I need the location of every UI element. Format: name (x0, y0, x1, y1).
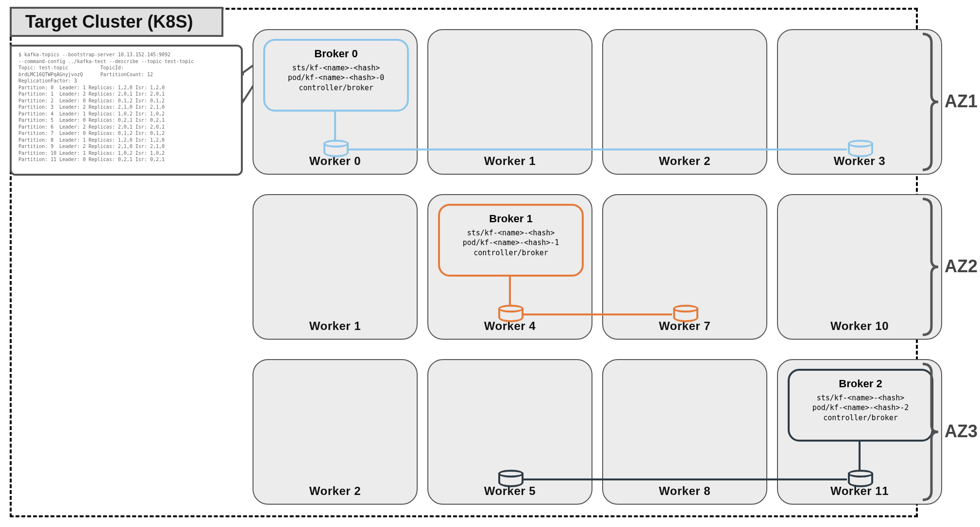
worker-node: Worker 4Broker 1sts/kf-<name>-<hash>pod/… (427, 194, 592, 340)
storage-drive-icon (498, 470, 524, 487)
storage-drive-icon (498, 305, 524, 322)
diagram-title-text: Target Cluster (K8S) (25, 12, 193, 32)
worker-label: Worker 1 (428, 154, 591, 168)
worker-label: Worker 10 (778, 319, 941, 333)
worker-node: Worker 11Broker 2sts/kf-<name>-<hash>pod… (777, 359, 942, 505)
broker-detail-line: controller/broker (440, 248, 582, 258)
worker-node: Worker 3 (777, 29, 942, 175)
terminal-output: $ kafka-topics --bootstrap-server 10.13.… (10, 45, 243, 176)
diagram-title: Target Cluster (K8S) (10, 7, 223, 37)
worker-label: Worker 2 (253, 484, 417, 498)
worker-label: Worker 2 (603, 154, 766, 168)
broker-detail-line: sts/kf-<name>-<hash> (265, 63, 407, 73)
storage-drive-icon (673, 305, 698, 322)
az-label: AZ1 (945, 91, 978, 112)
worker-node: Worker 1 (253, 194, 418, 340)
worker-node: Worker 8 (602, 359, 767, 505)
broker-detail-line: pod/kf-<name>-<hash>-1 (440, 238, 582, 247)
broker-box: Broker 2sts/kf-<name>-<hash>pod/kf-<name… (788, 369, 933, 442)
storage-drive-icon (323, 140, 349, 157)
broker-detail-line: sts/kf-<name>-<hash> (790, 393, 931, 403)
worker-label: Worker 8 (603, 484, 766, 498)
worker-node: Worker 5 (427, 359, 592, 505)
worker-node: Worker 0Broker 0sts/kf-<name>-<hash>pod/… (253, 29, 418, 175)
worker-node: Worker 1 (427, 29, 592, 175)
worker-node: Worker 7 (602, 194, 767, 340)
storage-drive-icon (848, 470, 873, 487)
broker-box: Broker 1sts/kf-<name>-<hash>pod/kf-<name… (438, 204, 584, 277)
broker-detail-line: controller/broker (790, 413, 931, 423)
az-label: AZ3 (945, 421, 978, 442)
broker-title: Broker 0 (265, 48, 407, 60)
broker-detail-line: controller/broker (265, 83, 407, 93)
broker-title: Broker 2 (790, 378, 931, 390)
broker-title: Broker 1 (440, 213, 582, 225)
worker-node: Worker 10 (777, 194, 942, 340)
broker-detail-line: sts/kf-<name>-<hash> (440, 228, 582, 238)
broker-detail-line: pod/kf-<name>-<hash>-0 (265, 73, 407, 82)
worker-node: Worker 2 (602, 29, 767, 175)
worker-label: Worker 1 (253, 319, 417, 333)
az-label: AZ2 (945, 256, 978, 277)
broker-box: Broker 0sts/kf-<name>-<hash>pod/kf-<name… (263, 39, 409, 112)
broker-detail-line: pod/kf-<name>-<hash>-2 (790, 403, 931, 412)
storage-drive-icon (848, 140, 873, 157)
worker-node: Worker 2 (253, 359, 418, 505)
